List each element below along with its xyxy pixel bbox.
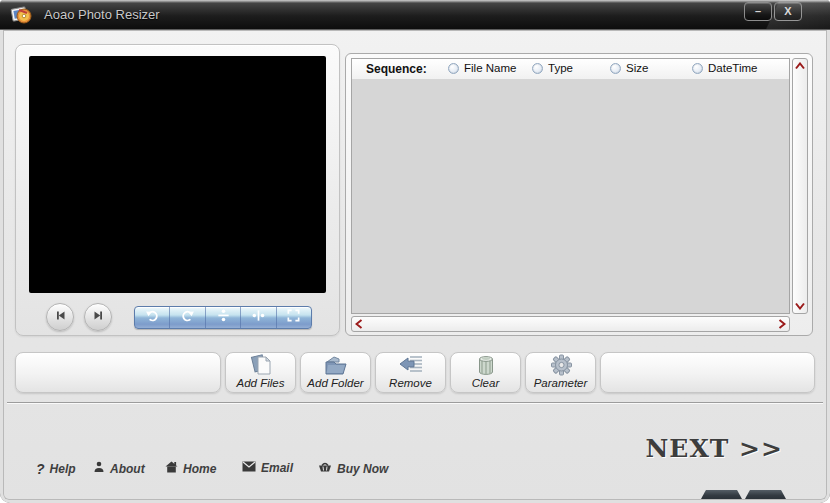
rotate-right-icon [180,308,195,327]
clear-button[interactable]: Clear [450,352,521,393]
vertical-scrollbar[interactable] [792,58,808,314]
window-grip [745,490,786,499]
sequence-header: Sequence: File Name Type Size DateTime [351,58,790,80]
email-icon [242,461,256,475]
sequence-label: Sequence: [366,62,427,76]
add-folder-icon [323,353,349,377]
flip-horizontal-button[interactable] [241,307,276,328]
buy-now-icon [318,461,332,476]
window-body: Sequence: File Name Type Size DateTime [0,30,830,503]
main-toolbar: Add Files Add Folder [15,352,815,393]
file-list-area[interactable] [351,79,790,314]
radio-size[interactable]: Size [610,62,648,74]
flip-vertical-button[interactable] [206,307,241,328]
clear-icon [473,353,499,377]
remove-icon [398,353,424,377]
preview-tools-toolbar [134,306,312,329]
next-button[interactable]: NEXT >> [645,434,783,463]
about-link[interactable]: About [93,461,145,476]
preview-panel [15,44,340,336]
scroll-up-icon[interactable] [794,62,806,70]
previous-image-button[interactable] [46,303,74,331]
help-icon: ? [36,461,45,477]
minimize-button[interactable]: – [744,2,772,21]
scroll-left-icon[interactable] [355,318,363,330]
window-title: Aoao Photo Resizer [44,0,160,29]
about-icon [93,461,105,476]
help-link[interactable]: ? Help [36,461,76,477]
toolbar-spacer [600,352,815,393]
skip-forward-icon [92,308,105,326]
fit-screen-button[interactable] [277,307,311,328]
close-button[interactable]: X [774,2,802,21]
add-folder-button[interactable]: Add Folder [300,352,371,393]
fit-screen-icon [286,308,301,327]
add-files-button[interactable]: Add Files [225,352,296,393]
flip-vertical-icon [216,308,231,327]
rotate-left-button[interactable] [135,307,170,328]
minimize-icon: – [755,5,761,17]
rotate-left-icon [145,308,160,327]
radio-icon [532,63,543,74]
horizontal-scrollbar[interactable] [351,316,790,332]
file-list-panel: Sequence: File Name Type Size DateTime [345,53,813,336]
flip-horizontal-icon [251,308,266,327]
scroll-right-icon[interactable] [778,318,786,330]
rotate-right-button[interactable] [170,307,205,328]
close-icon: X [784,5,791,17]
titlebar[interactable]: Aoao Photo Resizer – X [0,0,830,30]
radio-datetime[interactable]: DateTime [692,62,757,74]
email-link[interactable]: Email [242,461,293,475]
preview-screen [29,56,326,293]
window-grip [701,490,742,499]
next-image-button[interactable] [84,303,112,331]
buy-now-link[interactable]: Buy Now [318,461,388,476]
radio-type[interactable]: Type [532,62,573,74]
add-files-icon [248,353,274,377]
footer-divider [7,402,823,404]
skip-back-icon [54,308,67,326]
radio-icon [448,63,459,74]
toolbar-spacer [15,352,221,393]
parameter-icon [548,353,574,377]
scroll-down-icon[interactable] [794,302,806,310]
radio-icon [610,63,621,74]
radio-file-name[interactable]: File Name [448,62,516,74]
radio-icon [692,63,703,74]
app-window: Aoao Photo Resizer – X [0,0,830,503]
home-icon [165,461,178,476]
app-logo-icon [9,4,34,26]
home-link[interactable]: Home [165,461,216,476]
parameter-button[interactable]: Parameter [525,352,596,393]
remove-button[interactable]: Remove [375,352,446,393]
